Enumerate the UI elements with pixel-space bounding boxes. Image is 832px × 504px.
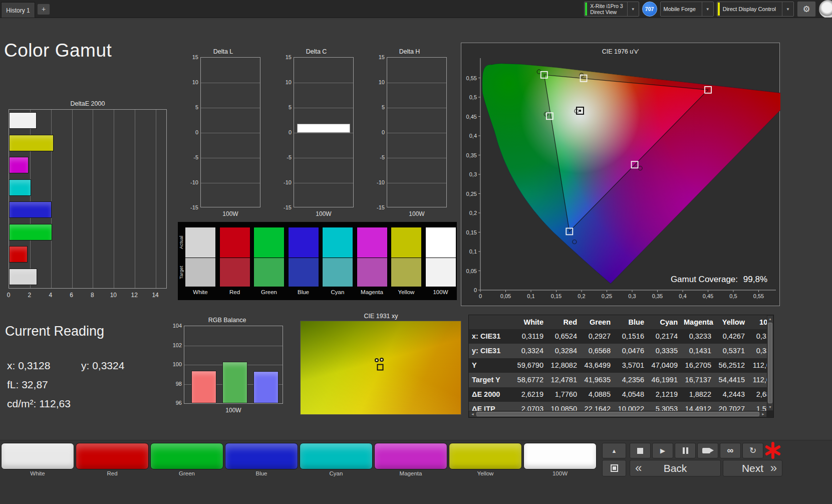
chart-title: CIE 1931 xy	[300, 313, 462, 320]
delta-h-chart: Delta H 100W 151050-5-10-15	[371, 47, 448, 222]
table-row[interactable]: y: CIE310,33240,32840,65680,04760,33350,…	[469, 344, 767, 358]
scroll-right-icon[interactable]: ►	[760, 411, 766, 417]
x-tick-label: 14	[152, 292, 158, 299]
cell-value: 0,1431	[681, 344, 714, 358]
gridline	[201, 158, 260, 158]
next-button[interactable]: Next »	[723, 460, 782, 476]
gridline	[294, 183, 353, 183]
table-row[interactable]: x: CIE310,31190,65240,29270,15160,21740,…	[469, 329, 767, 344]
cell-value: 0,3128	[748, 329, 767, 344]
pause-button[interactable]	[675, 443, 696, 458]
add-tab-button[interactable]: +	[37, 4, 50, 15]
stop-button[interactable]	[630, 443, 651, 458]
y-tick-label: 0,2	[469, 210, 477, 216]
cie1931-plot[interactable]	[300, 321, 461, 415]
back-button[interactable]: « Back	[630, 460, 721, 476]
continuous-read-button[interactable]: ∞	[720, 443, 741, 458]
swatch-label: 100W	[425, 289, 456, 295]
pattern-source-select[interactable]: Mobile Forge ▼	[660, 2, 714, 17]
refresh-button[interactable]: ↻	[742, 443, 763, 458]
scroll-down-icon[interactable]: ▼	[767, 404, 773, 410]
target-swatch	[288, 258, 319, 287]
patch-label: Blue	[225, 470, 298, 476]
window-pattern-button[interactable]	[602, 460, 626, 476]
patch-blue-button[interactable]: Blue	[225, 443, 298, 478]
patch-magenta-button[interactable]: Magenta	[374, 443, 447, 478]
gridline	[294, 158, 353, 158]
y-tick-label: -10	[371, 179, 385, 185]
current-reading-title: Current Reading	[5, 324, 104, 339]
x-tick-label: 0,15	[551, 293, 562, 299]
meter-select[interactable]: X-Rite i1Pro 3 Direct View ▼	[584, 2, 639, 17]
patch-color	[374, 443, 447, 469]
cie1976-diagram[interactable]: 00,050,10,150,20,250,30,350,40,450,50,55…	[461, 43, 780, 307]
patch-yellow-button[interactable]: Yellow	[449, 443, 522, 478]
gridline	[201, 108, 260, 108]
patch-cyan-button[interactable]: Cyan	[300, 443, 373, 478]
meter-mode: Direct View	[590, 9, 623, 15]
meter-status-icon[interactable]	[819, 0, 832, 18]
cell-value: 2,6219	[513, 387, 546, 402]
cell-value: 46,1991	[647, 373, 681, 387]
patch-white-button[interactable]: White	[1, 443, 74, 478]
patch-red-button[interactable]: Red	[76, 443, 149, 478]
scroll-up-icon[interactable]: ▲	[767, 316, 773, 322]
cell-value: 2,6801	[748, 387, 767, 402]
table-vertical-scrollbar[interactable]: ▲ ▼	[767, 315, 773, 411]
axis-label: 100W	[200, 210, 260, 217]
gridline	[294, 83, 353, 83]
row-label: ΔE ITP	[469, 402, 513, 412]
y-tick-label: 0,35	[466, 152, 477, 158]
cell-value: 4,0548	[614, 387, 647, 402]
patch-label: Red	[76, 470, 149, 476]
y-tick-label: 15	[371, 54, 385, 60]
gridline	[114, 110, 114, 288]
x-tick-label: 0	[479, 293, 482, 299]
cell-value: 0,0476	[614, 344, 647, 358]
white-point-dot	[579, 110, 581, 112]
column-header: Blue	[614, 315, 647, 329]
gridline	[387, 83, 446, 83]
scrollbar-thumb[interactable]	[476, 412, 759, 416]
meter-count-badge[interactable]: 707	[642, 2, 657, 17]
y-tick-label: -5	[278, 154, 292, 160]
collapse-button[interactable]: ▲	[602, 443, 626, 458]
measurement-marker	[375, 358, 379, 362]
x-tick-label: 4	[49, 292, 52, 299]
settings-button[interactable]: ⚙	[797, 1, 816, 17]
patch-label: Yellow	[449, 470, 522, 476]
rgb-bar-red	[191, 371, 216, 403]
table-row[interactable]: Y59,679012,808243,64993,570147,040916,27…	[469, 358, 767, 373]
gridline	[184, 346, 283, 346]
y-tick-label: 0	[474, 287, 477, 293]
x-tick-label: 8	[91, 292, 94, 299]
patch-100w-button[interactable]: 100W	[523, 443, 597, 478]
cell-value: 10,0022	[614, 402, 647, 412]
cell-value: 56,2512	[714, 358, 748, 373]
scroll-left-icon[interactable]: ◄	[469, 411, 476, 417]
axis-label: 100W	[184, 407, 283, 414]
cell-value: 12,4781	[546, 373, 580, 387]
play-button[interactable]: ▶	[652, 443, 673, 458]
table-row[interactable]: Target Y58,677212,478141,96354,235646,19…	[469, 373, 767, 387]
history-tab[interactable]: History 1	[1, 2, 35, 18]
gridline	[93, 110, 93, 288]
table-row[interactable]: ΔE 20002,62191,77604,08854,05482,12191,8…	[469, 387, 767, 402]
patch-green-button[interactable]: Green	[150, 443, 223, 478]
patch-label: 100W	[523, 470, 597, 476]
actual-swatch	[322, 227, 353, 258]
cell-value: 54,4415	[714, 373, 748, 387]
x-tick-label: 0,45	[703, 293, 713, 299]
notification-asterisk-icon[interactable]	[763, 441, 782, 460]
table-horizontal-scrollbar[interactable]: ◄ ►	[469, 411, 767, 417]
rgb-bar-green	[222, 362, 247, 403]
history-tab-label: History 1	[6, 7, 30, 14]
column-header: Green	[580, 315, 614, 329]
y-tick-label: 100	[168, 361, 182, 367]
scrollbar-thumb[interactable]	[768, 323, 772, 403]
table-row[interactable]: ΔE ITP2,070310,085022,164210,00225,30531…	[469, 402, 767, 412]
camera-button[interactable]	[697, 443, 718, 458]
cell-value: 0,3119	[513, 329, 546, 344]
display-control-select[interactable]: Direct Display Control ▼	[717, 2, 794, 17]
cell-value: 1,5220	[748, 402, 767, 412]
